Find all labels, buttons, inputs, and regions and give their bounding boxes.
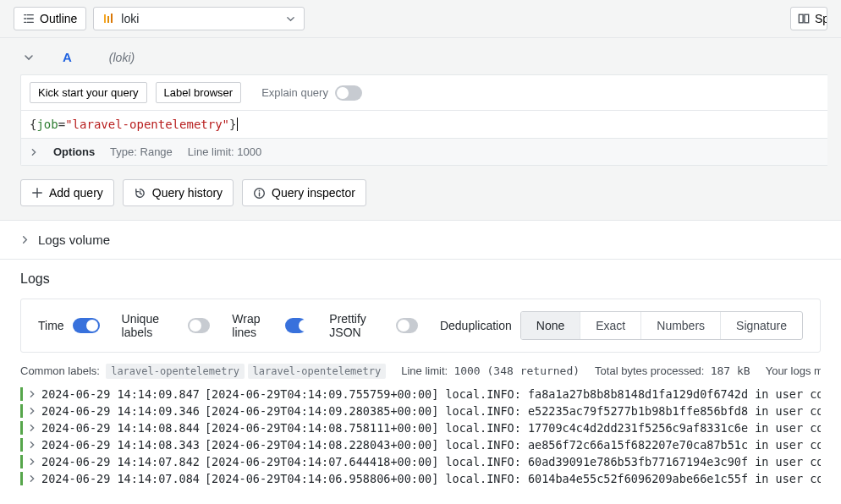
log-level-bar bbox=[20, 404, 23, 418]
query-input[interactable]: {job="laravel-opentelemetry"} bbox=[21, 110, 827, 138]
svg-rect-3 bbox=[799, 14, 803, 23]
query-line-limit-label: Line limit: 1000 bbox=[188, 145, 261, 158]
logs-stats: Common labels: laravel-opentelemetry lar… bbox=[20, 353, 821, 386]
logs-volume-title: Logs volume bbox=[38, 233, 110, 247]
log-body: [2024-06-29T04:14:09.755759+00:00] local… bbox=[205, 387, 821, 401]
datasource-name: loki bbox=[121, 12, 139, 25]
log-level-bar bbox=[20, 438, 23, 452]
kickstart-button[interactable]: Kick start your query bbox=[30, 82, 147, 103]
log-row: 2024-06-29 14:14:09.847 [2024-06-29T04:1… bbox=[20, 386, 821, 403]
top-toolbar: Outline loki Split bbox=[0, 0, 841, 38]
code-key: job bbox=[36, 118, 58, 131]
log-row: 2024-06-29 14:14:08.844 [2024-06-29T04:1… bbox=[20, 419, 821, 436]
logs-list: 2024-06-29 14:14:09.847 [2024-06-29T04:1… bbox=[20, 386, 821, 487]
split-label: Split bbox=[815, 12, 827, 25]
time-label: Time bbox=[38, 319, 64, 332]
overflow-message: Your logs might have incor bbox=[766, 364, 821, 377]
common-labels-label: Common labels: bbox=[20, 364, 100, 377]
log-timestamp: 2024-06-29 14:14:09.847 bbox=[41, 387, 200, 401]
log-level-bar bbox=[20, 472, 23, 485]
logs-controls: Time Unique labels Wrap lines Prettify J… bbox=[20, 299, 821, 353]
options-expand-toggle[interactable] bbox=[30, 148, 38, 156]
text-cursor bbox=[237, 118, 238, 131]
query-collapse-toggle[interactable] bbox=[24, 52, 34, 63]
log-timestamp: 2024-06-29 14:14:09.346 bbox=[41, 404, 200, 418]
outline-label: Outline bbox=[40, 12, 77, 25]
svg-rect-4 bbox=[805, 14, 809, 23]
log-row: 2024-06-29 14:14:09.346 [2024-06-29T04:1… bbox=[20, 403, 821, 419]
svg-rect-0 bbox=[104, 14, 106, 23]
log-expand-toggle[interactable] bbox=[28, 424, 36, 432]
options-label: Options bbox=[53, 145, 95, 158]
history-icon bbox=[134, 187, 146, 200]
common-label-chip: laravel-opentelemetry bbox=[106, 364, 245, 379]
dedup-signature[interactable]: Signature bbox=[720, 312, 802, 339]
log-expand-toggle[interactable] bbox=[28, 474, 36, 483]
chevron-down-icon bbox=[286, 14, 295, 24]
query-history-label: Query history bbox=[152, 186, 223, 200]
wrap-lines-label: Wrap lines bbox=[232, 312, 277, 339]
svg-point-6 bbox=[259, 189, 261, 191]
unique-labels-label: Unique labels bbox=[122, 312, 180, 339]
log-body: [2024-06-29T04:14:07.644418+00:00] local… bbox=[205, 455, 821, 468]
query-inspector-label: Query inspector bbox=[272, 186, 355, 200]
wrap-lines-toggle[interactable] bbox=[285, 318, 307, 333]
log-body: [2024-06-29T04:14:08.228043+00:00] local… bbox=[205, 438, 821, 452]
common-label-chip: laravel-opentelemetry bbox=[248, 364, 387, 379]
svg-rect-1 bbox=[107, 16, 109, 23]
dedup-label: Deduplication bbox=[440, 319, 512, 332]
log-expand-toggle[interactable] bbox=[28, 441, 36, 449]
logs-volume-section: Logs volume bbox=[0, 220, 841, 259]
log-row: 2024-06-29 14:14:07.084 [2024-06-29T04:1… bbox=[20, 470, 821, 487]
svg-rect-2 bbox=[111, 14, 113, 23]
query-editor: A (loki) Kick start your query Label bro… bbox=[0, 38, 841, 220]
log-body: [2024-06-29T04:14:08.758111+00:00] local… bbox=[205, 421, 821, 435]
label-browser-button[interactable]: Label browser bbox=[156, 82, 242, 103]
line-limit-value: 1000 (348 returned) bbox=[453, 364, 580, 377]
dedup-none[interactable]: None bbox=[521, 312, 580, 339]
log-level-bar bbox=[20, 421, 23, 435]
unique-labels-toggle[interactable] bbox=[188, 318, 210, 333]
query-history-button[interactable]: Query history bbox=[123, 179, 234, 206]
query-letter: A bbox=[47, 50, 72, 64]
log-timestamp: 2024-06-29 14:14:07.842 bbox=[41, 455, 200, 468]
log-expand-toggle[interactable] bbox=[28, 407, 36, 415]
log-expand-toggle[interactable] bbox=[28, 457, 36, 466]
time-toggle[interactable] bbox=[73, 318, 100, 333]
log-expand-toggle[interactable] bbox=[28, 390, 36, 398]
split-button[interactable]: Split bbox=[790, 7, 827, 30]
log-timestamp: 2024-06-29 14:14:07.084 bbox=[41, 472, 200, 485]
explain-query-toggle[interactable] bbox=[335, 85, 362, 101]
add-query-label: Add query bbox=[49, 186, 103, 200]
code-brace-open: { bbox=[30, 118, 36, 131]
plus-icon bbox=[31, 187, 43, 199]
log-timestamp: 2024-06-29 14:14:08.343 bbox=[41, 438, 200, 452]
logs-volume-toggle[interactable] bbox=[20, 235, 30, 244]
dedup-exact[interactable]: Exact bbox=[580, 312, 640, 339]
outline-icon bbox=[23, 13, 35, 25]
code-brace-close: } bbox=[229, 118, 236, 131]
dedup-numbers[interactable]: Numbers bbox=[640, 312, 720, 339]
code-string: "laravel-opentelemetry" bbox=[65, 118, 229, 131]
explain-query-label: Explain query bbox=[261, 86, 328, 99]
log-row: 2024-06-29 14:14:08.343 [2024-06-29T04:1… bbox=[20, 436, 821, 453]
add-query-button[interactable]: Add query bbox=[20, 179, 114, 206]
info-icon bbox=[253, 187, 266, 200]
logs-section: Logs Time Unique labels Wrap lines Prett… bbox=[0, 259, 841, 501]
log-row: 2024-06-29 14:14:07.842 [2024-06-29T04:1… bbox=[20, 453, 821, 470]
log-level-bar bbox=[20, 387, 23, 401]
prettify-json-toggle[interactable] bbox=[396, 318, 418, 333]
logs-title: Logs bbox=[20, 260, 821, 299]
log-level-bar bbox=[20, 455, 23, 468]
query-datasource-hint: (loki) bbox=[85, 51, 135, 64]
loki-icon bbox=[102, 13, 114, 25]
datasource-select[interactable]: loki bbox=[93, 7, 305, 30]
bytes-value: 187 kB bbox=[711, 364, 750, 377]
dedup-group: None Exact Numbers Signature bbox=[520, 311, 803, 340]
split-icon bbox=[798, 13, 810, 25]
prettify-json-label: Prettify JSON bbox=[329, 312, 388, 339]
code-eq: = bbox=[58, 118, 65, 131]
bytes-label: Total bytes processed: bbox=[595, 364, 704, 377]
query-inspector-button[interactable]: Query inspector bbox=[242, 179, 366, 206]
outline-button[interactable]: Outline bbox=[14, 7, 86, 30]
